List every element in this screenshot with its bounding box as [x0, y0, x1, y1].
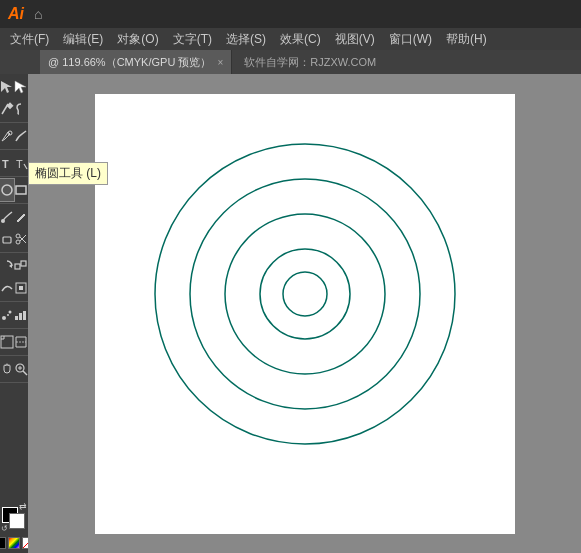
lasso-tool[interactable] — [14, 98, 28, 120]
svg-point-38 — [225, 214, 385, 374]
menu-window[interactable]: 窗口(W) — [383, 29, 438, 50]
svg-point-13 — [16, 240, 20, 244]
left-toolbar: T T 椭圆工具 (L) — [0, 74, 28, 553]
reset-colors-icon[interactable]: ↺ — [1, 524, 8, 533]
svg-text:T: T — [16, 158, 23, 170]
type-tool-group: T T — [0, 152, 28, 177]
tab-bar: @ 119.66%（CMYK/GPU 预览） × 软件自学网：RJZXW.COM — [0, 50, 581, 74]
zoom-tool[interactable] — [14, 358, 28, 380]
home-icon[interactable]: ⌂ — [34, 6, 42, 22]
svg-point-39 — [260, 249, 350, 339]
selection-tool[interactable] — [0, 76, 14, 98]
tab-website-label: 软件自学网：RJZXW.COM — [232, 55, 376, 70]
menu-text[interactable]: 文字(T) — [167, 29, 218, 50]
menu-edit[interactable]: 编辑(E) — [57, 29, 109, 50]
stroke-color-swatch[interactable] — [9, 513, 25, 529]
curvature-tool[interactable] — [14, 125, 28, 147]
menu-effect[interactable]: 效果(C) — [274, 29, 327, 50]
svg-rect-18 — [21, 261, 26, 266]
svg-rect-9 — [16, 186, 26, 194]
symbol-tool-group — [0, 304, 28, 329]
gradient-tool-group — [0, 255, 28, 302]
paint-tool-group — [0, 206, 28, 253]
svg-rect-17 — [15, 264, 20, 269]
tab-close-button[interactable]: × — [217, 57, 223, 68]
svg-rect-24 — [15, 316, 18, 320]
eraser-tool[interactable] — [0, 228, 14, 250]
free-transform-tool[interactable] — [14, 277, 28, 299]
main-area: T T 椭圆工具 (L) — [0, 74, 581, 553]
menu-object[interactable]: 对象(O) — [111, 29, 164, 50]
svg-rect-3 — [6, 102, 13, 109]
toolbar-bottom: ⇄ ↺ — [0, 501, 28, 553]
pencil-tool[interactable] — [14, 206, 28, 228]
pen-tool-group — [0, 125, 28, 150]
canvas-paper — [95, 94, 515, 534]
svg-line-7 — [24, 164, 27, 169]
svg-point-8 — [2, 185, 12, 195]
svg-point-23 — [9, 311, 12, 314]
svg-point-36 — [155, 144, 455, 444]
shape-tool-group — [0, 179, 28, 204]
color-mode-button[interactable] — [0, 537, 6, 549]
rectangle-tool[interactable] — [14, 179, 28, 201]
svg-marker-0 — [1, 81, 12, 93]
menu-view[interactable]: 视图(V) — [329, 29, 381, 50]
menu-file[interactable]: 文件(F) — [4, 29, 55, 50]
slice-tool-group — [0, 331, 28, 356]
menu-bar: 文件(F) 编辑(E) 对象(O) 文字(T) 选择(S) 效果(C) 视图(V… — [0, 28, 581, 50]
svg-point-10 — [1, 219, 5, 223]
direct-selection-tool[interactable] — [14, 76, 28, 98]
hand-tool[interactable] — [0, 358, 14, 380]
symbol-sprayer-tool[interactable] — [0, 304, 14, 326]
warp-tool[interactable] — [0, 277, 14, 299]
svg-rect-26 — [23, 311, 26, 320]
artboard-tool[interactable] — [0, 331, 14, 353]
svg-rect-20 — [19, 286, 23, 290]
column-graph-tool[interactable] — [14, 304, 28, 326]
menu-help[interactable]: 帮助(H) — [440, 29, 493, 50]
svg-rect-11 — [3, 237, 11, 243]
tab-label: @ 119.66%（CMYK/GPU 预览） — [48, 55, 211, 70]
ellipse-tool[interactable] — [0, 179, 14, 201]
svg-line-33 — [23, 371, 27, 375]
canvas-area[interactable] — [28, 74, 581, 553]
type-tool[interactable]: T — [0, 152, 14, 174]
touch-type-tool[interactable]: T — [14, 152, 28, 174]
title-bar: Ai ⌂ — [0, 0, 581, 28]
svg-point-12 — [16, 234, 20, 238]
artwork-svg — [95, 94, 515, 534]
svg-rect-25 — [19, 313, 22, 320]
svg-point-40 — [283, 272, 327, 316]
hand-tool-group — [0, 358, 28, 383]
ai-logo: Ai — [8, 5, 24, 23]
pen-tool[interactable] — [0, 125, 14, 147]
paintbrush-tool[interactable] — [0, 206, 14, 228]
scissors-tool[interactable] — [14, 228, 28, 250]
magic-wand-tool[interactable] — [0, 98, 14, 120]
svg-rect-27 — [1, 336, 13, 348]
menu-select[interactable]: 选择(S) — [220, 29, 272, 50]
gradient-mode-button[interactable] — [8, 537, 20, 549]
svg-marker-16 — [9, 264, 12, 268]
svg-point-22 — [7, 314, 9, 316]
swap-colors-icon[interactable]: ⇄ — [19, 501, 27, 511]
svg-marker-1 — [15, 81, 26, 93]
selection-tool-group — [0, 76, 28, 123]
slice-tool[interactable] — [14, 331, 28, 353]
svg-point-21 — [2, 316, 6, 320]
document-tab[interactable]: @ 119.66%（CMYK/GPU 预览） × — [40, 50, 232, 74]
svg-text:T: T — [2, 158, 9, 170]
scale-tool[interactable] — [14, 255, 28, 277]
rotate-tool[interactable] — [0, 255, 14, 277]
